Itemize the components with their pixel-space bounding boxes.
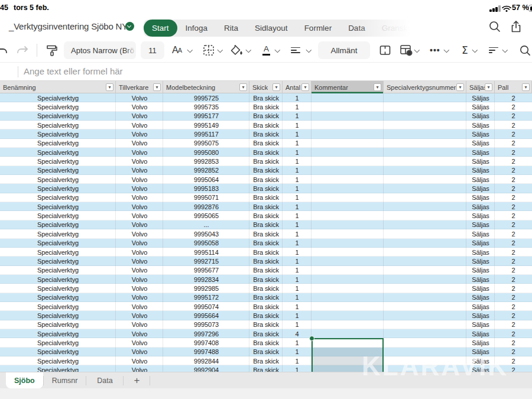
table-cell[interactable] [384,338,466,347]
table-cell[interactable]: Specialverktyg [0,311,116,320]
table-cell[interactable]: 2 [495,193,532,202]
table-cell[interactable]: 2 [495,293,532,302]
table-cell[interactable]: 9995058 [163,239,249,248]
table-cell[interactable] [312,229,384,238]
more-options-icon[interactable]: ••• [430,38,440,63]
table-cell[interactable] [384,202,466,211]
table-cell[interactable] [312,248,384,257]
table-cell[interactable]: 9992834 [163,275,249,284]
table-cell[interactable] [384,284,466,293]
ribbon-tab-granska[interactable]: Granska [374,20,417,37]
table-cell[interactable]: 2 [495,112,532,121]
table-cell[interactable]: Säljas [466,102,495,111]
table-cell[interactable]: Volvo [116,266,163,275]
table-cell[interactable]: Specialverktyg [0,275,116,284]
ribbon-tab-start[interactable]: Start [144,20,177,37]
table-cell[interactable] [312,211,384,220]
filter-dropdown-icon[interactable]: ▾ [106,83,113,91]
table-cell[interactable]: Bra skick [249,338,283,347]
table-cell[interactable] [312,275,384,284]
table-cell[interactable]: Specialverktyg [0,211,116,220]
column-header-benämning[interactable]: Benämning▾ [0,81,116,93]
table-cell[interactable]: Bra skick [249,257,283,265]
table-cell[interactable]: Volvo [116,348,163,356]
table-cell[interactable]: Säljas [466,356,495,365]
table-cell[interactable]: Specialverktyg [0,293,116,302]
table-cell[interactable]: 1 [283,348,312,356]
table-cell[interactable]: Volvo [116,184,163,193]
table-cell[interactable] [384,175,466,184]
table-cell[interactable]: 9995074 [163,302,249,311]
table-cell[interactable]: 1 [283,166,312,175]
font-size-picker[interactable]: 11 [141,41,164,59]
table-cell[interactable]: Volvo [116,284,163,293]
table-cell[interactable]: 9995677 [163,266,249,275]
table-cell[interactable]: 1 [283,157,312,166]
table-cell[interactable]: Specialverktyg [0,175,116,184]
table-cell[interactable]: Bra skick [249,166,283,175]
table-cell[interactable]: 1 [283,257,312,265]
table-cell[interactable] [384,365,466,372]
table-cell[interactable]: 2 [495,348,532,356]
borders-icon[interactable] [203,38,215,63]
table-cell[interactable]: Bra skick [249,121,283,129]
table-cell[interactable]: Volvo [116,239,163,248]
merge-cells-icon[interactable] [379,38,391,63]
table-cell[interactable]: Volvo [116,166,163,175]
table-cell[interactable]: Volvo [116,175,163,184]
table-cell[interactable] [312,193,384,202]
table-cell[interactable] [384,220,466,229]
table-cell[interactable]: Säljas [466,329,495,338]
table-cell[interactable]: Säljas [466,211,495,220]
table-cell[interactable]: 2 [495,129,532,138]
table-cell[interactable] [312,202,384,211]
table-cell[interactable] [384,293,466,302]
table-cell[interactable] [384,248,466,257]
column-header-tillverkare[interactable]: Tillverkare▾ [116,81,163,93]
table-cell[interactable] [312,239,384,248]
column-header-kommentar[interactable]: Kommentar▾ [312,81,384,93]
table-cell[interactable]: Specialverktyg [0,202,116,211]
table-cell[interactable]: 2 [495,157,532,166]
table-cell[interactable] [312,102,384,111]
redo-icon[interactable] [15,38,30,63]
sheet-tab-sjöbo[interactable]: Sjöbo [6,372,43,388]
table-cell[interactable]: Säljas [466,257,495,265]
search-icon[interactable] [488,20,501,33]
table-cell[interactable]: 1 [283,266,312,275]
table-cell[interactable]: 1 [283,102,312,111]
table-cell[interactable]: 2 [495,302,532,311]
more-options-chevron-icon[interactable] [444,47,449,53]
table-cell[interactable] [312,257,384,265]
table-cell[interactable]: 2 [495,166,532,175]
table-cell[interactable] [384,311,466,320]
table-cell[interactable]: Säljas [466,93,495,102]
table-cell[interactable]: Specialverktyg [0,157,116,166]
table-cell[interactable]: Säljas [466,248,495,257]
table-cell[interactable]: Bra skick [249,284,283,293]
table-cell[interactable] [384,148,466,157]
table-cell[interactable] [384,139,466,148]
table-cell[interactable] [384,239,466,248]
table-cell[interactable]: Säljas [466,184,495,193]
table-cell[interactable]: 1 [283,275,312,284]
table-cell[interactable]: 9992853 [163,157,249,166]
table-cell[interactable]: Säljas [466,148,495,157]
table-cell[interactable]: 2 [495,320,532,329]
table-cell[interactable]: 9995117 [163,129,249,138]
table-cell[interactable]: Specialverktyg [0,365,116,372]
table-cell[interactable]: 1 [283,129,312,138]
table-cell[interactable]: Bra skick [249,211,283,220]
table-cell[interactable]: Volvo [116,193,163,202]
table-cell[interactable]: Bra skick [249,239,283,248]
table-cell[interactable]: 1 [283,202,312,211]
table-cell[interactable]: Säljas [466,266,495,275]
table-cell[interactable]: 9995043 [163,229,249,238]
table-cell[interactable]: 1 [283,193,312,202]
table-cell[interactable]: 9995064 [163,175,249,184]
table-cell[interactable] [312,365,384,372]
table-cell[interactable]: Säljas [466,166,495,175]
table-cell[interactable]: Volvo [116,229,163,238]
table-cell[interactable] [312,302,384,311]
table-cell[interactable]: 2 [495,175,532,184]
